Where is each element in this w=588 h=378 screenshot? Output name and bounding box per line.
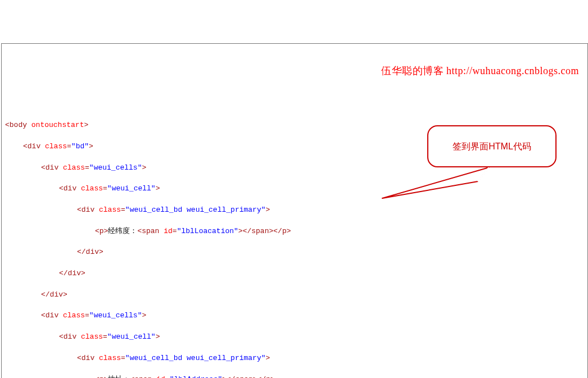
code-line[interactable]: <div class="weui_cells"> [5,311,584,321]
code-line[interactable]: <div class="weui_cell_bd weui_cell_prima… [5,205,584,216]
callout-label: 签到界面HTML代码 [453,140,531,153]
code-line[interactable]: <div class="weui_cell"> [5,332,584,343]
watermark-text: 伍华聪的博客 http://wuhuacong.cnblogs.com [381,63,579,78]
code-line[interactable]: <p>经纬度：<span id="lblLoacation"></span></… [5,226,584,237]
annotation-callout: 签到界面HTML代码 [427,125,557,167]
code-line[interactable]: </div> [5,290,584,300]
code-line[interactable]: <p>地址：<span id="lblAddress"></span></p> [5,375,584,378]
code-line[interactable]: <div class="weui_cell_bd weui_cell_prima… [5,353,584,364]
code-editor-panel: 伍华聪的博客 http://wuhuacong.cnblogs.com 签到界面… [1,43,588,378]
code-line[interactable]: <div class="weui_cell"> [5,184,584,194]
code-line[interactable]: </div> [5,268,584,279]
code-line[interactable]: </div> [5,247,584,258]
